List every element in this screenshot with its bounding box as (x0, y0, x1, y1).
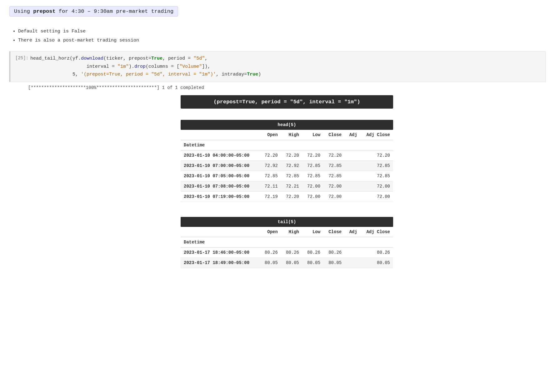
head-cell-datetime: 2023-01-10 07:08:00-05:00 (181, 181, 260, 191)
head-cell-low: 72.00 (302, 181, 323, 191)
code-cell: [25]: head_tail_horz(yf.download(ticker,… (9, 51, 546, 82)
head-cell-adjclose: 72.00 (360, 191, 393, 202)
head-cell-close: 72.00 (323, 191, 345, 202)
tail-col-adj-header: Adj (345, 227, 360, 237)
code-line-2: interval = "1m").drop(columns = ["Volume… (30, 63, 540, 71)
tail-cell-low: 80.26 (302, 247, 323, 257)
head-cell-close: 72.20 (323, 150, 345, 160)
head-cell-adj (345, 150, 360, 160)
highlight-suffix: for 4:30 – 9:30am pre-market trading (56, 8, 173, 14)
tail-filler-5 (345, 237, 360, 247)
head-col-datetime-header (181, 130, 260, 140)
tail-col-adjclose-header: Adj Close (360, 227, 393, 237)
code-line-3: 5, '(prepost=True, period = "5d", interv… (30, 71, 540, 79)
head-cell-adj (345, 171, 360, 181)
tail-filler-1 (260, 237, 281, 247)
output-area: (prepost=True, period = "5d", interval =… (9, 95, 546, 268)
tail-filler-4 (323, 237, 345, 247)
code-line-1: head_tail_horz(yf.download(ticker, prepo… (30, 55, 540, 63)
head-col-open-header: Open (260, 130, 281, 140)
header-section: Using prepost for 4:30 – 9:30am pre-mark… (9, 6, 546, 22)
tail-cell-adjclose: 80.26 (360, 247, 393, 257)
tail-cell-adj (345, 247, 360, 257)
tail-cell-datetime: 2023-01-17 18:46:00-05:00 (181, 247, 260, 257)
head-cell-datetime: 2023-01-10 07:00:00-05:00 (181, 160, 260, 171)
head-cell-open: 72.85 (260, 171, 281, 181)
tail-table: Open High Low Close Adj Adj Close Dateti… (181, 227, 393, 268)
tail-cell-close: 80.26 (323, 247, 345, 257)
head-cell-high: 72.85 (281, 171, 302, 181)
tail-cell-adjclose: 80.05 (360, 257, 393, 268)
head-cell-high: 72.92 (281, 160, 302, 171)
head-filler-3 (302, 140, 323, 150)
tail-col-low-header: Low (302, 227, 323, 237)
head-cell-low: 72.20 (302, 150, 323, 160)
tail-datetime-row: Datetime (181, 237, 393, 247)
output-title-box: (prepost=True, period = "5d", interval =… (181, 95, 393, 109)
head-filler-5 (345, 140, 360, 150)
head-cell-close: 72.85 (323, 160, 345, 171)
head-filler-1 (260, 140, 281, 150)
tail-filler-3 (302, 237, 323, 247)
tail-col-datetime-header (181, 227, 260, 237)
head-cell-adjclose: 72.85 (360, 171, 393, 181)
tail-cell-adj (345, 257, 360, 268)
head-cell-high: 72.20 (281, 191, 302, 202)
tail-cell-open: 80.26 (260, 247, 281, 257)
cell-number: [25]: (15, 55, 28, 62)
tail-col-open-header: Open (260, 227, 281, 237)
head-datetime-label: Datetime (181, 140, 260, 150)
tail-table-row: 2023-01-17 18:49:00-05:00 80.05 80.05 80… (181, 257, 393, 268)
tail-datetime-label: Datetime (181, 237, 260, 247)
tail-cell-low: 80.05 (302, 257, 323, 268)
head-cell-adjclose: 72.20 (360, 150, 393, 160)
bullet-item-1: Default setting is False (18, 27, 546, 36)
head-cell-adj (345, 181, 360, 191)
bullet-item-2: There is also a post-market trading sess… (18, 36, 546, 45)
head-cell-low: 72.00 (302, 191, 323, 202)
tail-cell-open: 80.05 (260, 257, 281, 268)
head-table-row: 2023-01-10 04:00:00-05:00 72.20 72.20 72… (181, 150, 393, 160)
tail-table-row: 2023-01-17 18:46:00-05:00 80.26 80.26 80… (181, 247, 393, 257)
head-cell-close: 72.85 (323, 171, 345, 181)
tail-section-header: tail(5) (181, 217, 393, 227)
tail-cell-datetime: 2023-01-17 18:49:00-05:00 (181, 257, 260, 268)
tail-table-wrapper: tail(5) Open High Low Close Adj Adj Clos… (181, 217, 393, 268)
head-table-row: 2023-01-10 07:19:00-05:00 72.19 72.20 72… (181, 191, 393, 202)
tail-cell-high: 80.26 (281, 247, 302, 257)
head-table-row: 2023-01-10 07:05:00-05:00 72.85 72.85 72… (181, 171, 393, 181)
head-table-row: 2023-01-10 07:08:00-05:00 72.11 72.21 72… (181, 181, 393, 191)
tail-col-headers: Open High Low Close Adj Adj Close (181, 227, 393, 237)
highlight-box: Using prepost for 4:30 – 9:30am pre-mark… (9, 6, 178, 17)
head-cell-adjclose: 72.00 (360, 181, 393, 191)
head-section-header: head(5) (181, 120, 393, 130)
head-col-headers: Open High Low Close Adj Adj Close (181, 130, 393, 140)
progress-line: [*********************100%**************… (9, 85, 546, 90)
code-content: head_tail_horz(yf.download(ticker, prepo… (30, 55, 540, 79)
head-table-row: 2023-01-10 07:00:00-05:00 72.92 72.92 72… (181, 160, 393, 171)
head-cell-datetime: 2023-01-10 07:19:00-05:00 (181, 191, 260, 202)
head-table-wrapper: head(5) Open High Low Close Adj Adj Clos… (181, 120, 393, 202)
tail-filler-6 (360, 237, 393, 247)
head-cell-datetime: 2023-01-10 04:00:00-05:00 (181, 150, 260, 160)
highlight-prefix: Using (14, 8, 33, 14)
head-cell-low: 72.85 (302, 171, 323, 181)
head-cell-open: 72.92 (260, 160, 281, 171)
head-cell-adj (345, 191, 360, 202)
tail-col-close-header: Close (323, 227, 345, 237)
head-col-adj-header: Adj (345, 130, 360, 140)
head-cell-datetime: 2023-01-10 07:05:00-05:00 (181, 171, 260, 181)
head-datetime-row: Datetime (181, 140, 393, 150)
head-cell-close: 72.00 (323, 181, 345, 191)
head-cell-open: 72.20 (260, 150, 281, 160)
head-table: Open High Low Close Adj Adj Close Dateti… (181, 130, 393, 202)
head-col-adjclose-header: Adj Close (360, 130, 393, 140)
head-cell-open: 72.19 (260, 191, 281, 202)
head-cell-high: 72.20 (281, 150, 302, 160)
head-filler-6 (360, 140, 393, 150)
highlight-keyword: prepost (33, 8, 55, 14)
head-col-low-header: Low (302, 130, 323, 140)
head-cell-adjclose: 72.85 (360, 160, 393, 171)
tail-col-high-header: High (281, 227, 302, 237)
head-cell-high: 72.21 (281, 181, 302, 191)
